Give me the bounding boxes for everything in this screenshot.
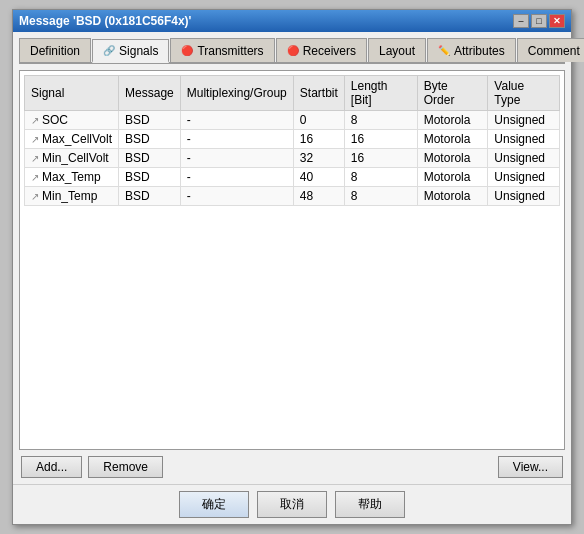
signal-icon: ↗ bbox=[31, 153, 39, 164]
tab-receivers[interactable]: 🔴 Receivers bbox=[276, 38, 367, 62]
cell-valuetype: Unsigned bbox=[488, 149, 560, 168]
signal-name-text: Min_Temp bbox=[42, 189, 97, 203]
main-window: Message 'BSD (0x181C56F4x)' – □ ✕ Defini… bbox=[12, 9, 572, 525]
cell-multiplexing: - bbox=[180, 168, 293, 187]
cell-byteorder: Motorola bbox=[417, 168, 488, 187]
tab-attributes[interactable]: ✏️ Attributes bbox=[427, 38, 516, 62]
tab-definition-label: Definition bbox=[30, 44, 80, 58]
tab-layout[interactable]: Layout bbox=[368, 38, 426, 62]
bottom-left-buttons: Add... Remove bbox=[21, 456, 163, 478]
cell-signal: ↗ Min_CellVolt bbox=[25, 149, 119, 168]
col-byteorder: Byte Order bbox=[417, 76, 488, 111]
cell-byteorder: Motorola bbox=[417, 130, 488, 149]
cell-byteorder: Motorola bbox=[417, 187, 488, 206]
content-area: Signal Message Multiplexing/Group Startb… bbox=[19, 70, 565, 450]
cell-length: 16 bbox=[344, 149, 417, 168]
window-title: Message 'BSD (0x181C56F4x)' bbox=[19, 14, 191, 28]
cell-startbit: 0 bbox=[293, 111, 344, 130]
col-valuetype: Value Type bbox=[488, 76, 560, 111]
tab-transmitters-label: Transmitters bbox=[197, 44, 263, 58]
cell-valuetype: Unsigned bbox=[488, 187, 560, 206]
cell-startbit: 32 bbox=[293, 149, 344, 168]
tab-layout-label: Layout bbox=[379, 44, 415, 58]
cell-valuetype: Unsigned bbox=[488, 130, 560, 149]
tab-comment-label: Comment bbox=[528, 44, 580, 58]
cell-startbit: 16 bbox=[293, 130, 344, 149]
signal-icon: ↗ bbox=[31, 191, 39, 202]
cell-signal: ↗ Max_Temp bbox=[25, 168, 119, 187]
receivers-icon: 🔴 bbox=[287, 45, 299, 56]
tab-transmitters[interactable]: 🔴 Transmitters bbox=[170, 38, 274, 62]
col-startbit: Startbit bbox=[293, 76, 344, 111]
view-button[interactable]: View... bbox=[498, 456, 563, 478]
col-multiplexing: Multiplexing/Group bbox=[180, 76, 293, 111]
window-body: Definition 🔗 Signals 🔴 Transmitters 🔴 Re… bbox=[13, 32, 571, 484]
tab-receivers-label: Receivers bbox=[303, 44, 356, 58]
signal-name-text: Max_CellVolt bbox=[42, 132, 112, 146]
signals-icon: 🔗 bbox=[103, 45, 115, 56]
signal-table: Signal Message Multiplexing/Group Startb… bbox=[24, 75, 560, 206]
col-message: Message bbox=[119, 76, 181, 111]
cell-startbit: 48 bbox=[293, 187, 344, 206]
signal-icon: ↗ bbox=[31, 172, 39, 183]
maximize-button[interactable]: □ bbox=[531, 14, 547, 28]
remove-button[interactable]: Remove bbox=[88, 456, 163, 478]
transmitters-icon: 🔴 bbox=[181, 45, 193, 56]
tab-signals[interactable]: 🔗 Signals bbox=[92, 39, 169, 63]
cell-signal: ↗ Max_CellVolt bbox=[25, 130, 119, 149]
signal-name-text: Min_CellVolt bbox=[42, 151, 109, 165]
col-length: Length [Bit] bbox=[344, 76, 417, 111]
table-row[interactable]: ↗ Min_CellVolt BSD - 32 16 Motorola Unsi… bbox=[25, 149, 560, 168]
cell-valuetype: Unsigned bbox=[488, 168, 560, 187]
title-bar-buttons: – □ ✕ bbox=[513, 14, 565, 28]
cell-multiplexing: - bbox=[180, 149, 293, 168]
cell-multiplexing: - bbox=[180, 187, 293, 206]
tab-definition[interactable]: Definition bbox=[19, 38, 91, 62]
cell-length: 8 bbox=[344, 187, 417, 206]
cell-message: BSD bbox=[119, 130, 181, 149]
tab-signals-label: Signals bbox=[119, 44, 158, 58]
signal-name-text: Max_Temp bbox=[42, 170, 101, 184]
cell-length: 16 bbox=[344, 130, 417, 149]
table-row[interactable]: ↗ SOC BSD - 0 8 Motorola Unsigned bbox=[25, 111, 560, 130]
table-row[interactable]: ↗ Max_CellVolt BSD - 16 16 Motorola Unsi… bbox=[25, 130, 560, 149]
cell-length: 8 bbox=[344, 111, 417, 130]
cell-byteorder: Motorola bbox=[417, 149, 488, 168]
attributes-icon: ✏️ bbox=[438, 45, 450, 56]
cell-valuetype: Unsigned bbox=[488, 111, 560, 130]
cell-startbit: 40 bbox=[293, 168, 344, 187]
cell-message: BSD bbox=[119, 149, 181, 168]
cell-signal: ↗ SOC bbox=[25, 111, 119, 130]
title-bar: Message 'BSD (0x181C56F4x)' – □ ✕ bbox=[13, 10, 571, 32]
cancel-button[interactable]: 取消 bbox=[257, 491, 327, 518]
cell-signal: ↗ Min_Temp bbox=[25, 187, 119, 206]
cell-message: BSD bbox=[119, 187, 181, 206]
tab-bar: Definition 🔗 Signals 🔴 Transmitters 🔴 Re… bbox=[19, 38, 565, 64]
cell-multiplexing: - bbox=[180, 130, 293, 149]
tab-attributes-label: Attributes bbox=[454, 44, 505, 58]
close-button[interactable]: ✕ bbox=[549, 14, 565, 28]
tab-comment[interactable]: Comment bbox=[517, 38, 584, 62]
signal-icon: ↗ bbox=[31, 115, 39, 126]
bottom-right-buttons: View... bbox=[498, 456, 563, 478]
cell-multiplexing: - bbox=[180, 111, 293, 130]
dialog-footer: 确定 取消 帮助 bbox=[13, 484, 571, 524]
help-button[interactable]: 帮助 bbox=[335, 491, 405, 518]
cell-message: BSD bbox=[119, 168, 181, 187]
cell-length: 8 bbox=[344, 168, 417, 187]
ok-button[interactable]: 确定 bbox=[179, 491, 249, 518]
cell-message: BSD bbox=[119, 111, 181, 130]
bottom-bar: Add... Remove View... bbox=[19, 456, 565, 478]
cell-byteorder: Motorola bbox=[417, 111, 488, 130]
minimize-button[interactable]: – bbox=[513, 14, 529, 28]
add-button[interactable]: Add... bbox=[21, 456, 82, 478]
table-row[interactable]: ↗ Min_Temp BSD - 48 8 Motorola Unsigned bbox=[25, 187, 560, 206]
signal-icon: ↗ bbox=[31, 134, 39, 145]
col-signal: Signal bbox=[25, 76, 119, 111]
signal-name-text: SOC bbox=[42, 113, 68, 127]
table-row[interactable]: ↗ Max_Temp BSD - 40 8 Motorola Unsigned bbox=[25, 168, 560, 187]
